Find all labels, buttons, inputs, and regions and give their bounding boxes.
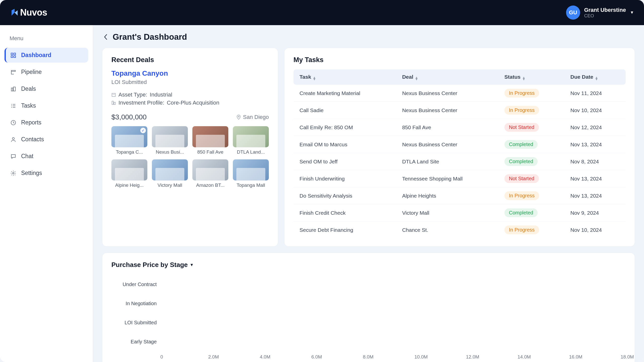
status-badge: Completed: [504, 140, 538, 149]
status-badge: In Progress: [504, 191, 539, 200]
deals-icon: [10, 86, 17, 92]
table-row[interactable]: Secure Debt FinancingChance St.In Progre…: [293, 221, 626, 239]
chart-category-label: Early Stage: [111, 339, 162, 345]
table-row[interactable]: Send OM to JeffDTLA Land SiteCompletedNo…: [293, 153, 626, 170]
caret-down-icon: ▼: [190, 263, 194, 267]
x-tick: 18.0M: [621, 354, 631, 360]
building-icon: [111, 93, 116, 97]
thumb-image: [152, 159, 188, 180]
cell-due: Nov 12, 2024: [564, 119, 626, 136]
sidebar-item-tasks[interactable]: Tasks: [5, 98, 88, 113]
status-badge: Completed: [504, 157, 538, 166]
col-due[interactable]: Due Date▲▼: [564, 69, 626, 85]
back-button[interactable]: [102, 33, 109, 40]
cell-due: Nov 8, 2024: [564, 153, 626, 170]
deal-thumb[interactable]: DTLA Land...: [233, 126, 269, 155]
cell-task: Send OM to Jeff: [293, 153, 396, 170]
chart-category-label: Under Contract: [111, 282, 162, 287]
thumb-image: [111, 159, 147, 180]
deal-thumb[interactable]: Victory Mall: [152, 159, 188, 188]
thumb-image: [233, 159, 269, 180]
reports-icon: [10, 119, 17, 126]
table-row[interactable]: Create Marketing MaterialNexus Business …: [293, 85, 626, 102]
sidebar-item-dashboard[interactable]: Dashboard: [5, 48, 88, 63]
sidebar-item-reports[interactable]: Reports: [5, 115, 88, 130]
table-row[interactable]: Finish Credit CheckVictory MallCompleted…: [293, 204, 626, 221]
svg-rect-4: [11, 88, 13, 91]
thumb-image: ✓: [111, 126, 147, 147]
check-icon: ✓: [140, 128, 146, 133]
x-tick: 4.0M: [260, 354, 270, 360]
status-badge: Not Started: [504, 174, 539, 183]
cell-deal: Chance St.: [396, 221, 498, 239]
x-tick: 0: [157, 354, 167, 360]
svg-rect-11: [114, 94, 114, 95]
cell-task: Secure Debt Financing: [293, 221, 396, 239]
tasks-card: My Tasks Task▲▼ Deal▲▼ Status▲▼ Due Date…: [284, 48, 635, 247]
deal-thumb[interactable]: Topanga Mall: [233, 159, 269, 188]
table-row[interactable]: Call SadieNexus Business CenterIn Progre…: [293, 102, 626, 119]
user-role: CEO: [584, 13, 626, 19]
sidebar-item-contacts[interactable]: Contacts: [5, 132, 88, 147]
svg-point-8: [13, 172, 14, 174]
deal-thumb[interactable]: Alpine Heig...: [111, 159, 147, 188]
user-menu[interactable]: GU Grant Uberstine CEO ▼: [566, 6, 634, 20]
sidebar-item-pipeline[interactable]: Pipeline: [5, 65, 88, 79]
cell-task: Do Sensitivity Analysis: [293, 187, 396, 204]
sidebar: Menu DashboardPipelineDealsTasksReportsC…: [0, 25, 93, 362]
deal-thumb[interactable]: Amazon BT...: [192, 159, 228, 188]
x-tick: 2.0M: [208, 354, 218, 360]
sidebar-item-deals[interactable]: Deals: [5, 81, 88, 96]
cell-deal: Victory Mall: [396, 204, 498, 221]
svg-rect-0: [11, 53, 13, 55]
deal-thumb[interactable]: Nexus Busi...: [152, 126, 188, 155]
cell-task: Call Emily Re: 850 OM: [293, 119, 396, 136]
sidebar-item-label: Reports: [21, 119, 41, 126]
sidebar-item-settings[interactable]: Settings: [5, 166, 88, 180]
sort-icon: ▲▼: [522, 77, 526, 80]
deal-thumb[interactable]: 850 Fall Ave: [192, 126, 228, 155]
x-tick: 6.0M: [311, 354, 321, 360]
dashboard-icon: [10, 52, 17, 59]
cell-due: Nov 10, 2024: [564, 221, 626, 239]
col-deal[interactable]: Deal▲▼: [396, 69, 498, 85]
cell-deal: Nexus Business Center: [396, 136, 498, 153]
thumb-image: [192, 126, 228, 147]
col-status[interactable]: Status▲▼: [498, 69, 565, 85]
table-row[interactable]: Do Sensitivity AnalysisAlpine HeightsIn …: [293, 187, 626, 204]
cell-deal: 850 Fall Ave: [396, 119, 498, 136]
thumb-image: [152, 126, 188, 147]
cell-task: Email OM to Marcus: [293, 136, 396, 153]
thumb-label: 850 Fall Ave: [192, 149, 228, 155]
tasks-icon: [10, 103, 17, 109]
col-task[interactable]: Task▲▼: [293, 69, 396, 85]
deal-location: San Diego: [243, 114, 269, 120]
asset-type-label: Asset Type:: [118, 92, 147, 98]
table-row[interactable]: Email OM to MarcusNexus Business CenterC…: [293, 136, 626, 153]
cell-task: Create Marketing Material: [293, 85, 396, 102]
asset-type: Industrial: [150, 92, 172, 98]
svg-rect-10: [113, 94, 113, 95]
sidebar-item-chat[interactable]: Chat: [5, 149, 88, 164]
sort-icon: ▲▼: [415, 77, 418, 80]
menu-label: Menu: [5, 32, 88, 48]
cell-deal: Tennessee Shopping Mall: [396, 170, 498, 187]
logo[interactable]: Nuvos: [10, 7, 47, 18]
thumb-label: Nexus Busi...: [152, 149, 188, 155]
status-badge: In Progress: [504, 106, 539, 115]
table-row[interactable]: Finish UnderwritingTennessee Shopping Ma…: [293, 170, 626, 187]
chart-title-dropdown[interactable]: Purchase Price by Stage ▼: [111, 261, 626, 269]
topbar: Nuvos GU Grant Uberstine CEO ▼: [0, 0, 644, 25]
sort-icon: ▲▼: [313, 77, 316, 80]
deal-thumb[interactable]: ✓Topanga C...: [111, 126, 147, 155]
table-row[interactable]: Call Emily Re: 850 OM850 Fall AveNot Sta…: [293, 119, 626, 136]
thumb-label: Amazon BT...: [192, 183, 228, 188]
logo-icon: [10, 8, 19, 17]
status-badge: Not Started: [504, 123, 539, 132]
chat-icon: [10, 153, 17, 160]
pipeline-icon: [10, 69, 17, 75]
deal-status: LOI Submitted: [111, 79, 269, 85]
cell-task: Finish Underwriting: [293, 170, 396, 187]
deal-name[interactable]: Topanga Canyon: [111, 69, 269, 77]
deal-price: $3,000,000: [111, 113, 147, 121]
